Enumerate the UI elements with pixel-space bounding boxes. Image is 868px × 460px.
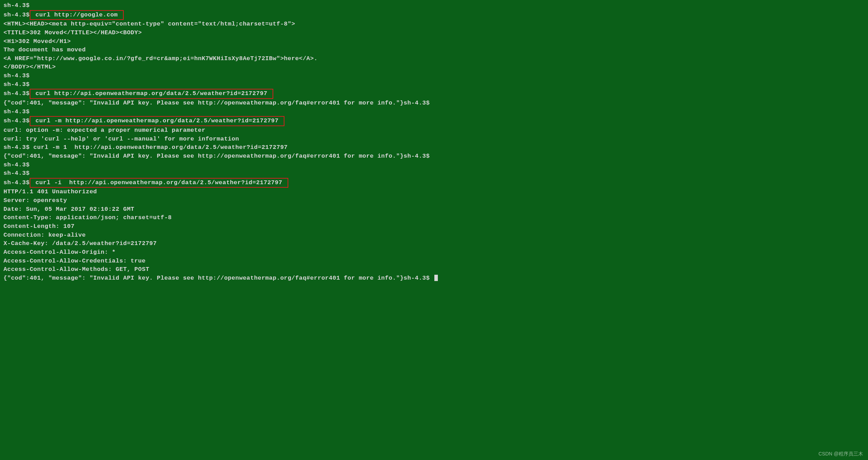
prompt-line: sh-4.3$ [3, 161, 865, 170]
shell-prompt: sh-4.3$ [3, 89, 30, 98]
command-highlight-2: curl http://api.openweathermap.org/data/… [30, 89, 273, 99]
output-line: {"cod":401, "message": "Invalid API key.… [3, 274, 865, 283]
command-line: sh-4.3$ curl -m 1 http://api.openweather… [3, 143, 865, 152]
command-highlight-4: curl -i http://api.openweathermap.org/da… [30, 178, 288, 188]
output-line: Content-Length: 107 [3, 222, 865, 231]
shell-prompt: sh-4.3$ [3, 117, 30, 125]
output-line: Server: openresty [3, 196, 865, 205]
output-line: </BODY></HTML> [3, 63, 865, 72]
output-line: Access-Control-Allow-Origin: * [3, 248, 865, 257]
prompt-line: sh-4.3$ [3, 169, 865, 178]
prompt-line: sh-4.3$ [3, 1, 865, 10]
output-line: X-Cache-Key: /data/2.5/weather?id=217279… [3, 239, 865, 248]
output-line: Connection: keep-alive [3, 231, 865, 240]
command-row-3: sh-4.3$ curl -m http://api.openweatherma… [3, 116, 865, 126]
output-line: curl: try 'curl --help' or 'curl --manua… [3, 135, 865, 144]
command-row-2: sh-4.3$ curl http://api.openweathermap.o… [3, 89, 865, 99]
prompt-line: sh-4.3$ [3, 80, 865, 89]
output-line: {"cod":401, "message": "Invalid API key.… [3, 152, 865, 161]
command-row-4: sh-4.3$ curl -i http://api.openweatherma… [3, 178, 865, 188]
cursor [434, 275, 438, 281]
shell-prompt: sh-4.3$ [3, 11, 30, 20]
output-line: Access-Control-Allow-Credentials: true [3, 257, 865, 266]
command-row-1: sh-4.3$ curl http://google.com [3, 10, 865, 20]
terminal-output: sh-4.3$ sh-4.3$ curl http://google.com <… [3, 1, 865, 283]
output-line: Date: Sun, 05 Mar 2017 02:10:22 GMT [3, 205, 865, 214]
output-line: <TITLE>302 Moved</TITLE></HEAD><BODY> [3, 29, 865, 37]
command-highlight-3: curl -m http://api.openweathermap.org/da… [30, 116, 284, 126]
watermark: CSDN @程序员三木 [818, 450, 863, 457]
output-line: The document has moved [3, 46, 865, 55]
output-line: Content-Type: application/json; charset=… [3, 214, 865, 222]
prompt-line: sh-4.3$ [3, 108, 865, 116]
output-line: {"cod":401, "message": "Invalid API key.… [3, 99, 865, 108]
prompt-line: sh-4.3$ [3, 72, 865, 80]
output-line: curl: option -m: expected a proper numer… [3, 126, 865, 135]
output-line: <H1>302 Moved</H1> [3, 37, 865, 46]
output-line: <HTML><HEAD><meta http-equiv="content-ty… [3, 20, 865, 29]
output-line: HTTP/1.1 401 Unauthorized [3, 188, 865, 196]
command-highlight-1: curl http://google.com [30, 10, 124, 20]
output-line: Access-Control-Allow-Methods: GET, POST [3, 265, 865, 274]
output-line: <A HREF="http://www.google.co.in/?gfe_rd… [3, 55, 865, 63]
shell-prompt: sh-4.3$ [3, 179, 30, 187]
